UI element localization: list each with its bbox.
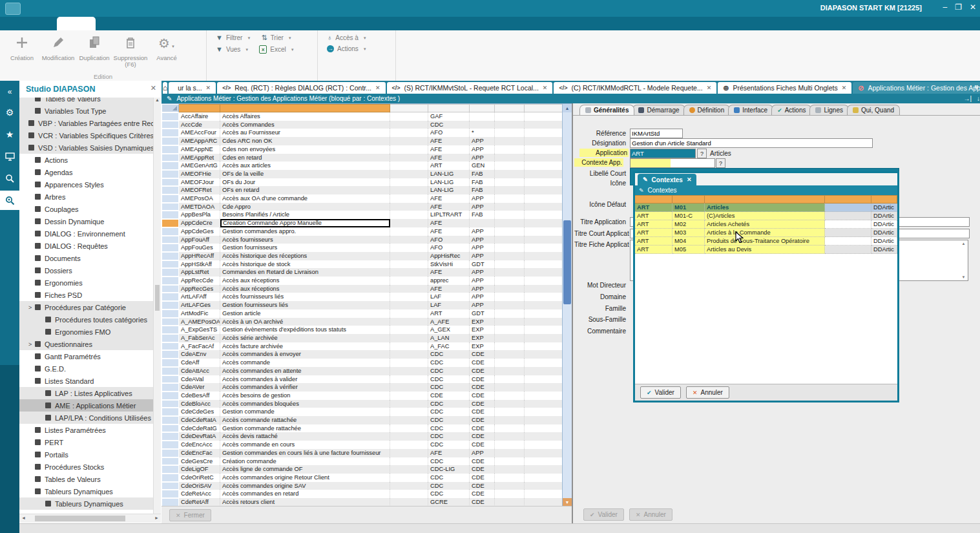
table-row[interactable]: AMEAppARC Cdes ARC non OK AFE APP: [162, 137, 572, 145]
sidebar-tree-item[interactable]: AME : Applications Métier: [19, 399, 154, 412]
sidebar-tree-item[interactable]: Tableurs Dynamiques: [19, 485, 154, 497]
sidebar-horizontal-scrollbar[interactable]: ◄ ►: [19, 514, 161, 523]
detail-tab[interactable]: Définition: [683, 105, 731, 115]
sidebar-tree-item[interactable]: Gantt Paramétrés: [19, 350, 154, 362]
valider-button[interactable]: ✔Valider: [583, 508, 624, 521]
search-location-icon[interactable]: [0, 191, 19, 210]
menu-item[interactable]: [57, 17, 96, 30]
sidebar-tree-item[interactable]: Fiches PSD: [19, 289, 154, 301]
sidebar-tree-item[interactable]: Dossiers: [19, 264, 154, 277]
detail-tab[interactable]: Généralités: [579, 105, 634, 115]
sidebar-tree-item[interactable]: Agendas: [19, 166, 154, 178]
restore-button[interactable]: ❐: [955, 3, 962, 12]
table-row[interactable]: AppRecGes Accès aux réceptions AFE APP: [162, 285, 572, 293]
table-row[interactable]: AMEAppNE Cdes non envoyées AFE APP: [162, 145, 572, 154]
table-row[interactable]: AMEGenArtG Accès aux articles ART GEN: [162, 162, 572, 170]
table-row[interactable]: AppBesPla Besoins Planifiés / Article LI…: [162, 211, 572, 219]
document-tab[interactable]: Présentations Fiches Multi Onglets ✕: [718, 82, 851, 94]
table-row[interactable]: CdeBloAcc Accès commandes bloquées CDC C…: [162, 400, 572, 408]
sidebar-tree-item[interactable]: Ergonomies FMO: [19, 326, 154, 338]
table-row[interactable]: A_ExpGesTS Gestion évènements d'expéditi…: [162, 326, 572, 334]
sidebar-tree-item[interactable]: DIALOG : Environnement: [19, 227, 154, 240]
document-tab[interactable]: (S) RCT/IKMMvtStoL - Requete RCT Local..…: [387, 82, 553, 94]
table-vertical-scrollbar[interactable]: ▲ ▼: [562, 104, 572, 507]
sidebar-tree-item[interactable]: Portails: [19, 448, 154, 461]
table-row[interactable]: A_AMEPosOA Accès à un OA archivé A_AFE E…: [162, 318, 572, 326]
table-row[interactable]: CdeAttAcc Accès commandes en attente CDC…: [162, 367, 572, 375]
popup-valider-button[interactable]: ✔Valider: [640, 386, 681, 399]
row-header-cell[interactable]: [162, 465, 179, 474]
select-all-corner[interactable]: [162, 104, 179, 112]
table-row[interactable]: AppCdeGes Gestion commandes appro. AFE A…: [162, 227, 572, 236]
row-header-cell[interactable]: [162, 260, 179, 269]
collapse-icon[interactable]: «: [0, 83, 19, 100]
close-icon[interactable]: ✕: [206, 85, 211, 91]
row-header-cell[interactable]: [162, 186, 179, 194]
document-tab[interactable]: Req. (RCT) : Règles DIALOG (RCT) : Contr…: [217, 82, 385, 94]
table-row[interactable]: CdeBesAff Accès besoins de gestion CDE C…: [162, 392, 572, 400]
row-header-cell[interactable]: [162, 474, 179, 482]
row-header-cell[interactable]: [162, 416, 179, 424]
table-row[interactable]: AppHStkAff Accès historique de stock Stk…: [162, 260, 572, 269]
detail-tab[interactable]: Lignes: [809, 105, 848, 115]
table-row[interactable]: AppCdeCre Creation Commande Appro Manuel…: [162, 219, 572, 227]
table-row[interactable]: CdeCdeGes Gestion commande CDC CDE: [162, 408, 572, 416]
table-row[interactable]: CdeDevRatA Accès devis rattaché CDC CDE: [162, 432, 572, 441]
table-row[interactable]: CdeRetAcc Accès commandes en retard CDC …: [162, 490, 572, 498]
row-header-cell[interactable]: [162, 392, 179, 400]
table-row[interactable]: AppLstRet Commandes en Retard de Livrais…: [162, 268, 572, 277]
table-row[interactable]: AppFouGes Gestion fournisseurs AFO APP: [162, 244, 572, 252]
sidebar-tree-item[interactable]: Ergonomies: [19, 277, 154, 289]
menu-item[interactable]: [18, 17, 57, 30]
row-header-cell[interactable]: [162, 137, 179, 145]
column-header[interactable]: [672, 195, 705, 204]
gear-icon[interactable]: ⚙: [0, 104, 19, 121]
home-tab[interactable]: ⌂: [163, 82, 167, 94]
detail-tab[interactable]: Interface: [728, 105, 773, 115]
row-header-cell[interactable]: [162, 301, 179, 309]
sidebar-tree-item[interactable]: VBP : Variables Partagées entre Requêt: [19, 117, 154, 129]
table-row[interactable]: AccCde Accès Commandes CDC: [162, 121, 572, 129]
table-row[interactable]: AMEOFJour OFs du Jour LAN-LIG FAB: [162, 178, 572, 187]
column-header[interactable]: [428, 104, 470, 112]
minimize-button[interactable]: –: [943, 3, 947, 12]
row-header-cell[interactable]: [162, 482, 179, 490]
row-header-cell[interactable]: [162, 350, 179, 359]
sidebar-vertical-scrollbar[interactable]: ▲: [153, 98, 161, 514]
sidebar-tree-item[interactable]: Couplages: [19, 203, 154, 215]
row-header-cell[interactable]: [162, 318, 179, 326]
table-row[interactable]: AMEOFHie OFs de la veille LAN-LIG FAB: [162, 170, 572, 178]
row-header-cell[interactable]: [162, 145, 179, 154]
filtrer-button[interactable]: ▼Filtrer▼: [216, 34, 251, 41]
fermer-button[interactable]: ✕Fermer: [169, 509, 211, 521]
table-row[interactable]: CdeRetAff Accès retours client GCRE CDE: [162, 498, 572, 507]
table-row[interactable]: AppHRecAff Accès historique des réceptio…: [162, 252, 572, 260]
table-row[interactable]: CdeGesCre Création commande CDC CDE: [162, 457, 572, 466]
sidebar-tree-item[interactable]: PERT: [19, 436, 154, 448]
close-icon[interactable]: ✕: [842, 85, 847, 91]
table-row[interactable]: CdeCdeRatG Gestion commande rattachée CD…: [162, 424, 572, 433]
context-row[interactable]: ART M01-C (C)Articles DDArtic: [635, 212, 897, 220]
sidebar-tree-item[interactable]: Tables de Valeurs: [19, 473, 154, 485]
row-header-cell[interactable]: [162, 219, 179, 227]
application-field[interactable]: [630, 149, 696, 158]
row-header-cell[interactable]: [162, 383, 179, 392]
row-header-cell[interactable]: [162, 498, 179, 507]
annuler-button[interactable]: ✕Annuler: [629, 508, 672, 521]
close-icon[interactable]: ✕: [151, 84, 156, 92]
sidebar-tree-item[interactable]: Listes Paramétrées: [19, 424, 154, 436]
designation-field[interactable]: [630, 138, 873, 148]
row-header-cell[interactable]: [162, 326, 179, 334]
sidebar-tree-item[interactable]: Apparences Styles: [19, 178, 154, 191]
star-icon[interactable]: ★: [0, 126, 19, 143]
monitor-icon[interactable]: [0, 148, 19, 165]
table-row[interactable]: CdeAVal Accès commandes à valider CDC CD…: [162, 375, 572, 384]
application-help-button[interactable]: ?: [697, 149, 707, 158]
table-row[interactable]: CdeAEnv Accès commandes à envoyer CDC CD…: [162, 350, 572, 359]
sidebar-tree-item[interactable]: Procédures toutes catégories: [19, 313, 154, 326]
sidebar-tree-item[interactable]: Tables de Valeurs: [19, 98, 154, 105]
close-icon[interactable]: ✕: [543, 85, 548, 91]
detail-tab[interactable]: Qui, Quand: [847, 105, 900, 115]
table-row[interactable]: AppRecCde Accès aux réceptions apprec AP…: [162, 277, 572, 285]
document-tab[interactable]: Applications Métier : Gestion des Applic…: [853, 82, 980, 94]
